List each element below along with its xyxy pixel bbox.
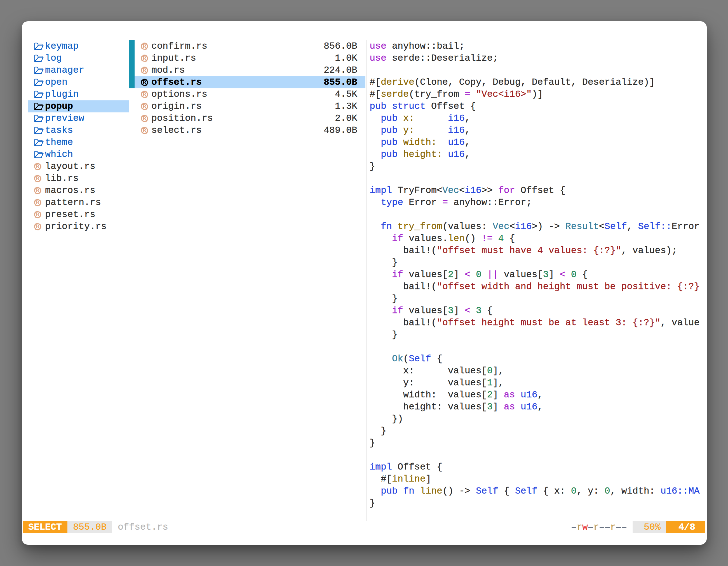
svg-text:R: R <box>143 43 147 49</box>
svg-text:R: R <box>36 200 40 205</box>
svg-text:R: R <box>143 91 147 97</box>
svg-text:R: R <box>36 212 40 217</box>
svg-text:R: R <box>143 79 147 85</box>
svg-text:R: R <box>36 188 40 193</box>
svg-text:R: R <box>143 104 147 109</box>
svg-text:R: R <box>36 176 40 181</box>
svg-text:R: R <box>143 128 147 133</box>
svg-text:R: R <box>143 116 147 121</box>
svg-text:R: R <box>36 224 40 229</box>
svg-text:R: R <box>36 164 40 169</box>
svg-text:R: R <box>143 67 147 73</box>
svg-text:R: R <box>143 55 147 61</box>
